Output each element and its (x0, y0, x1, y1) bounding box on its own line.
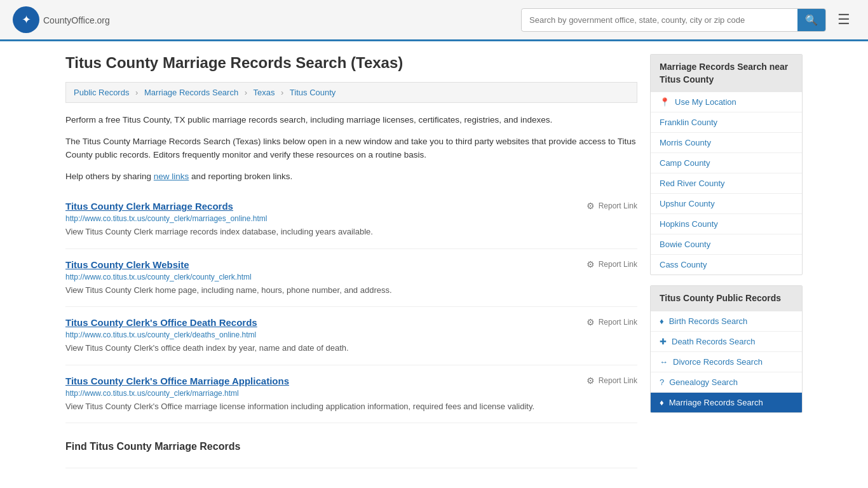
main-container: Titus County Marriage Records Search (Te… (53, 41, 815, 481)
result-title: Titus County Clerk's Office Death Record… (65, 317, 257, 328)
result-item: Titus County Clerk Website ⚙ Report Link… (65, 249, 637, 308)
nearby-county-link[interactable]: Upshur County (651, 194, 802, 214)
report-icon: ⚙ (587, 201, 595, 211)
nearby-county-link[interactable]: Bowie County (651, 234, 802, 254)
result-title: Titus County Clerk Marriage Records (65, 201, 233, 212)
logo-area: ✦ CountyOffice.org (13, 6, 110, 33)
site-header: ✦ CountyOffice.org 🔍 ☰ (0, 0, 868, 41)
result-link[interactable]: Titus County Clerk's Office Marriage App… (65, 376, 289, 386)
public-records-box: Titus County Public Records ♦ Birth Reco… (650, 285, 803, 413)
nearby-county-link[interactable]: Morris County (651, 133, 802, 152)
nearby-title: Marriage Records Search near Titus Count… (651, 55, 802, 92)
result-link[interactable]: Titus County Clerk Website (65, 259, 189, 270)
location-icon: 📍 (660, 97, 670, 107)
find-heading: Find Titus County Marriage Records (65, 433, 637, 458)
breadcrumb-texas[interactable]: Texas (254, 88, 275, 97)
birth-icon: ♦ (660, 316, 664, 326)
content-area: Titus County Marriage Records Search (Te… (65, 54, 637, 468)
breadcrumb-marriage-records[interactable]: Marriage Records Search (144, 88, 238, 97)
result-url: http://www.co.titus.tx.us/county_clerk/m… (65, 389, 637, 398)
breadcrumb-titus-county[interactable]: Titus County (290, 88, 336, 97)
nearby-county-link[interactable]: Camp County (651, 153, 802, 173)
result-link[interactable]: Titus County Clerk's Office Death Record… (65, 317, 257, 328)
divorce-icon: ↔ (660, 357, 668, 367)
report-icon: ⚙ (587, 376, 595, 386)
breadcrumb: Public Records › Marriage Records Search… (65, 82, 637, 103)
birth-records-link[interactable]: ♦ Birth Records Search (651, 311, 802, 331)
genealogy-icon: ? (660, 377, 664, 387)
nearby-list: 📍 Use My Location Franklin County Morris… (651, 92, 802, 274)
public-records-list: ♦ Birth Records Search ✚ Death Records S… (651, 311, 802, 412)
result-desc: View Titus County Clerk marriage records… (65, 226, 637, 238)
result-title: Titus County Clerk's Office Marriage App… (65, 376, 289, 386)
death-records-link[interactable]: ✚ Death Records Search (651, 332, 802, 351)
logo-icon: ✦ (13, 6, 39, 33)
list-item: ✚ Death Records Search (651, 332, 802, 352)
report-link[interactable]: ⚙ Report Link (587, 376, 637, 386)
result-desc: View Titus County Clerk's Office marriag… (65, 400, 637, 413)
list-item: 📍 Use My Location (651, 92, 802, 112)
report-icon: ⚙ (587, 259, 595, 269)
nearby-box: Marriage Records Search near Titus Count… (650, 54, 803, 275)
result-url: http://www.co.titus.tx.us/county_clerk/d… (65, 330, 637, 339)
list-item: ? Genealogy Search (651, 372, 802, 393)
report-link[interactable]: ⚙ Report Link (587, 317, 637, 327)
logo-text: CountyOffice.org (43, 13, 110, 27)
result-item: Titus County Clerk's Office Death Record… (65, 307, 637, 365)
list-item: Bowie County (651, 234, 802, 255)
find-section: Find Titus County Marriage Records (65, 423, 637, 468)
list-item: Red River County (651, 173, 802, 194)
nearby-county-link[interactable]: Franklin County (651, 112, 802, 132)
result-item: Titus County Clerk's Office Marriage App… (65, 365, 637, 424)
breadcrumb-public-records[interactable]: Public Records (74, 88, 129, 97)
divorce-records-link[interactable]: ↔ Divorce Records Search (651, 352, 802, 372)
use-my-location-link[interactable]: 📍 Use My Location (651, 92, 802, 112)
list-item: Franklin County (651, 112, 802, 133)
result-desc: View Titus County Clerk's office death i… (65, 342, 637, 355)
description-3: Help others by sharing new links and rep… (65, 170, 637, 184)
description-2: The Titus County Marriage Records Search… (65, 135, 637, 162)
search-bar: 🔍 (521, 8, 826, 32)
sidebar: Marriage Records Search near Titus Count… (650, 54, 803, 468)
list-item: ↔ Divorce Records Search (651, 352, 802, 372)
nearby-county-link[interactable]: Red River County (651, 173, 802, 193)
death-icon: ✚ (660, 337, 667, 346)
search-button[interactable]: 🔍 (797, 9, 825, 31)
report-link[interactable]: ⚙ Report Link (587, 259, 637, 269)
result-link[interactable]: Titus County Clerk Marriage Records (65, 201, 233, 212)
marriage-icon: ♦ (660, 398, 664, 407)
report-icon: ⚙ (587, 317, 595, 327)
list-item: ♦ Birth Records Search (651, 311, 802, 332)
result-url: http://www.co.titus.tx.us/county_clerk/m… (65, 214, 637, 223)
result-url: http://www.co.titus.tx.us/county_clerk/c… (65, 273, 637, 281)
result-desc: View Titus County Clerk home page, inclu… (65, 284, 637, 297)
header-right: 🔍 ☰ (521, 8, 855, 32)
list-item: ♦ Marriage Records Search (651, 393, 802, 412)
hamburger-menu-button[interactable]: ☰ (832, 9, 855, 30)
result-title: Titus County Clerk Website (65, 259, 189, 270)
genealogy-search-link[interactable]: ? Genealogy Search (651, 372, 802, 392)
nearby-county-link[interactable]: Cass County (651, 255, 802, 274)
page-title: Titus County Marriage Records Search (Te… (65, 54, 637, 72)
report-link[interactable]: ⚙ Report Link (587, 201, 637, 211)
new-links-link[interactable]: new links (154, 172, 189, 181)
nearby-county-link[interactable]: Hopkins County (651, 214, 802, 234)
list-item: Cass County (651, 255, 802, 274)
public-records-title: Titus County Public Records (651, 286, 802, 311)
list-item: Morris County (651, 133, 802, 153)
list-item: Upshur County (651, 194, 802, 214)
result-item: Titus County Clerk Marriage Records ⚙ Re… (65, 191, 637, 249)
list-item: Camp County (651, 153, 802, 173)
list-item: Hopkins County (651, 214, 802, 234)
search-input[interactable] (522, 10, 797, 30)
marriage-records-link[interactable]: ♦ Marriage Records Search (651, 393, 802, 412)
description-1: Perform a free Titus County, TX public m… (65, 113, 637, 127)
